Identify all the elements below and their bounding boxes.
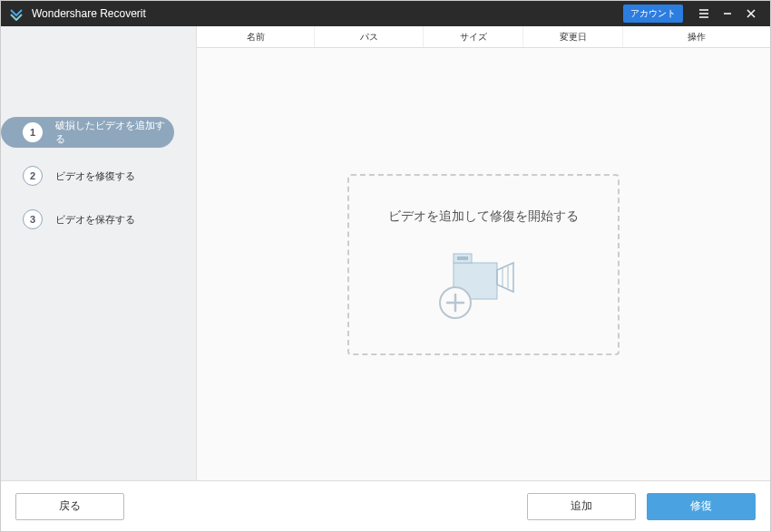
dropzone-area: ビデオを追加して修復を開始する	[197, 48, 770, 480]
footer: 戻る 追加 修復	[1, 480, 770, 531]
step-label: ビデオを保存する	[55, 213, 135, 227]
sidebar: 1 破損したビデオを追加する 2 ビデオを修復する 3 ビデオを保存する	[1, 26, 197, 480]
column-path[interactable]: パス	[315, 26, 424, 47]
svg-marker-3	[497, 263, 513, 292]
step-label: 破損したビデオを追加する	[55, 119, 174, 146]
minimize-icon[interactable]	[716, 1, 739, 26]
table-header: 名前 パス サイズ 変更日 操作	[197, 26, 770, 48]
back-button[interactable]: 戻る	[15, 493, 124, 520]
column-action[interactable]: 操作	[623, 26, 770, 47]
dropzone-text: ビデオを追加して修復を開始する	[388, 208, 579, 225]
repair-button[interactable]: 修復	[647, 493, 756, 520]
step-label: ビデオを修復する	[55, 169, 135, 183]
step-number: 3	[23, 209, 43, 229]
step-1-add-video[interactable]: 1 破損したビデオを追加する	[1, 117, 174, 148]
step-3-save-video[interactable]: 3 ビデオを保存する	[1, 204, 174, 235]
column-size[interactable]: サイズ	[424, 26, 523, 47]
main-area: 1 破損したビデオを追加する 2 ビデオを修復する 3 ビデオを保存する 名前 …	[1, 26, 770, 480]
step-2-repair-video[interactable]: 2 ビデオを修復する	[1, 160, 174, 191]
step-number: 1	[23, 122, 43, 142]
app-title: Wondershare Recoverit	[32, 7, 146, 20]
titlebar: Wondershare Recoverit アカウント	[1, 1, 770, 26]
app-logo-icon	[8, 5, 24, 22]
account-button[interactable]: アカウント	[623, 5, 683, 23]
column-date[interactable]: 変更日	[523, 26, 623, 47]
svg-rect-2	[457, 256, 468, 260]
close-icon[interactable]	[739, 1, 763, 26]
add-button[interactable]: 追加	[527, 493, 636, 520]
add-video-dropzone[interactable]: ビデオを追加して修復を開始する	[347, 174, 620, 355]
step-number: 2	[23, 166, 43, 186]
column-name[interactable]: 名前	[197, 26, 315, 47]
add-video-camera-icon	[434, 247, 533, 332]
content-panel: 名前 パス サイズ 変更日 操作 ビデオを追加して修復を開始する	[197, 26, 770, 480]
menu-icon[interactable]	[692, 1, 716, 26]
